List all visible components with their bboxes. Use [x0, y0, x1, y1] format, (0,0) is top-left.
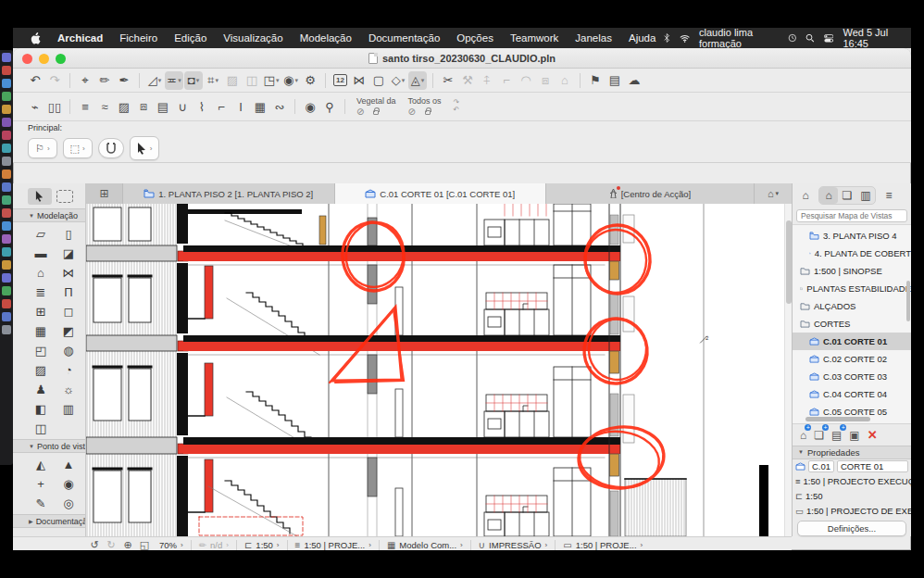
resize-icon[interactable]: ⧈: [536, 71, 555, 90]
dock-item-7[interactable]: [2, 144, 11, 153]
dock-item-11[interactable]: [2, 195, 11, 205]
toolbox-section-modelacao[interactable]: ▼Modelação: [13, 208, 85, 222]
guide-lines-icon[interactable]: ◿: [145, 71, 164, 90]
delete-view-button[interactable]: ✕: [868, 428, 878, 442]
dock-item-3[interactable]: [2, 92, 11, 101]
search-input[interactable]: [796, 209, 907, 222]
display-set-chip[interactable]: ▭1:50 | PROJE...›: [557, 538, 648, 551]
menu-archicad[interactable]: Archicad: [49, 32, 111, 44]
new-view-button[interactable]: ⌂: [800, 429, 806, 442]
beam-tool[interactable]: ▬: [29, 245, 53, 261]
clone-folder-button[interactable]: ❏: [814, 429, 824, 442]
list-item-corte-02[interactable]: C.02 CORTE 02: [793, 350, 911, 368]
split-icon[interactable]: ✂: [439, 71, 457, 90]
skewed-grid-icon[interactable]: ▨: [223, 71, 242, 90]
menu-janelas[interactable]: Janelas: [567, 32, 620, 44]
menu-edicao[interactable]: Edição: [166, 32, 215, 44]
toolbox-section-ponto-de-vista[interactable]: ▼Ponto de vist: [13, 439, 85, 453]
properties-header[interactable]: ▼Propriedades: [793, 446, 911, 459]
user-account[interactable]: claudio lima formação: [699, 27, 779, 49]
favorites-icon[interactable]: ▤: [606, 71, 624, 90]
menu-visualizacao[interactable]: Visualização: [215, 32, 291, 44]
project-map-icon[interactable]: ⌂: [796, 187, 815, 204]
marquee-tool[interactable]: [56, 190, 73, 203]
dock-item-4[interactable]: [2, 105, 11, 114]
layers-icon[interactable]: ≡: [76, 97, 94, 116]
folder-alcados[interactable]: ALÇADOS: [793, 297, 911, 315]
slab-tool[interactable]: ◪: [56, 245, 81, 261]
window-tool[interactable]: ▦: [29, 322, 53, 339]
zoom-level-chip[interactable]: 70%›: [154, 538, 189, 551]
grid-tool[interactable]: ▥: [56, 400, 81, 417]
section-drawing-canvas[interactable]: 2: [86, 204, 792, 536]
column-tool[interactable]: ▯: [56, 225, 81, 242]
snap-points-icon[interactable]: ◘: [184, 71, 203, 90]
dock-item-1[interactable]: [2, 66, 11, 75]
dock-item-16[interactable]: [2, 260, 11, 270]
hatch-icon[interactable]: ▤: [154, 97, 172, 116]
all-layers-block[interactable]: Todos os⊘: [408, 96, 442, 117]
canvas-vertical-scrollbar[interactable]: [784, 204, 792, 536]
stair-tool[interactable]: ≣: [29, 283, 53, 300]
panel-menu-icon[interactable]: ≡: [880, 187, 898, 204]
rotate-icon[interactable]: ◇: [389, 71, 407, 90]
time-machine-icon[interactable]: [788, 32, 797, 44]
surface-icon[interactable]: ≈: [95, 97, 114, 116]
hide-icon[interactable]: ⊘: [408, 107, 416, 117]
list-horizontal-scrollbar[interactable]: [805, 417, 870, 421]
roof-tool[interactable]: ⌂: [29, 264, 53, 281]
multiply-icon[interactable]: ◳: [262, 71, 281, 90]
door-tool[interactable]: ◻: [56, 303, 81, 320]
folder-cortes[interactable]: CORTES: [793, 315, 911, 333]
window-title-bar[interactable]: santo tirso_20230630_CLAUDIO.pln: [13, 48, 911, 69]
menu-clock[interactable]: Wed 5 Jul 16:45: [843, 27, 902, 49]
composite-icon[interactable]: ⧈: [134, 97, 153, 116]
grid-snap-icon[interactable]: ⌗: [204, 71, 222, 90]
lock-icon[interactable]: [425, 110, 431, 115]
furniture-tool[interactable]: ♟: [29, 381, 53, 397]
tab-navigation-dropdown[interactable]: ⌂▾: [755, 183, 792, 204]
selection-options-button[interactable]: ⬚›: [63, 138, 93, 158]
home-story-icon[interactable]: ⌂: [556, 71, 574, 90]
lock-icon[interactable]: ◉: [281, 71, 300, 90]
stretch-icon[interactable]: ⋈: [350, 71, 368, 90]
flag-icon[interactable]: ⚑: [586, 71, 605, 90]
adjust-icon[interactable]: ⚒: [458, 71, 477, 90]
pen-set-chip[interactable]: ∪IMPRESSÃO›: [473, 538, 554, 551]
visibility-icon[interactable]: ◉: [301, 97, 319, 116]
arrow-tool[interactable]: [28, 188, 52, 205]
quick-select-icon[interactable]: ⌖: [76, 71, 94, 90]
list-item-corte-04[interactable]: C.04 CORTE 04: [793, 385, 911, 403]
zoom-window-button[interactable]: [56, 54, 66, 64]
lamp-tool[interactable]: ☼: [56, 381, 81, 397]
mirror-icon[interactable]: ◫: [243, 71, 261, 90]
ibeam-icon[interactable]: Ι: [231, 97, 250, 116]
curtain-wall-tool[interactable]: ⊞: [29, 303, 53, 320]
panel-tool[interactable]: ◫: [29, 420, 53, 436]
menu-documentacao[interactable]: Documentação: [360, 32, 448, 44]
trim-icon[interactable]: ⌐: [497, 71, 516, 90]
lock-icon[interactable]: [373, 110, 379, 115]
vegetal-layer-block[interactable]: Vegetal da⊘: [356, 96, 396, 117]
publisher-icon[interactable]: ▥: [856, 187, 875, 204]
layout-book-icon[interactable]: ❏: [838, 187, 856, 204]
dock-item-8[interactable]: [2, 157, 11, 166]
list-item-corte-01[interactable]: C.01 CORTE 01: [793, 333, 911, 350]
profile-icon[interactable]: ∪: [173, 97, 192, 116]
dock-item-21[interactable]: [2, 325, 11, 334]
elevation-tool[interactable]: ▲: [56, 456, 81, 472]
camera-tool[interactable]: ◎: [56, 495, 81, 511]
corner-icon[interactable]: ⌐: [212, 97, 231, 116]
view-settings-button[interactable]: ▣: [849, 429, 859, 442]
dock-item-18[interactable]: [2, 286, 11, 295]
left-dock-palette[interactable]: [0, 50, 13, 465]
layer-combination-row[interactable]: ≡1:50 | PROJECTO EXECUÇÃ...: [793, 474, 911, 489]
dock-item-12[interactable]: [2, 208, 11, 218]
section-tool[interactable]: ◭: [29, 456, 53, 472]
dock-item-15[interactable]: [2, 247, 11, 257]
tab-corte-01[interactable]: C.01 CORTE 01 [C.01 CORTE 01]: [335, 183, 547, 204]
hide-icon[interactable]: ⊘: [356, 107, 364, 117]
fit-in-window-icon[interactable]: ◱: [137, 539, 152, 550]
dock-item-10[interactable]: [2, 182, 11, 192]
tab-planta-piso-2[interactable]: 1. PLANTA PISO 2 [1. PLANTA PISO 2]: [123, 183, 335, 204]
